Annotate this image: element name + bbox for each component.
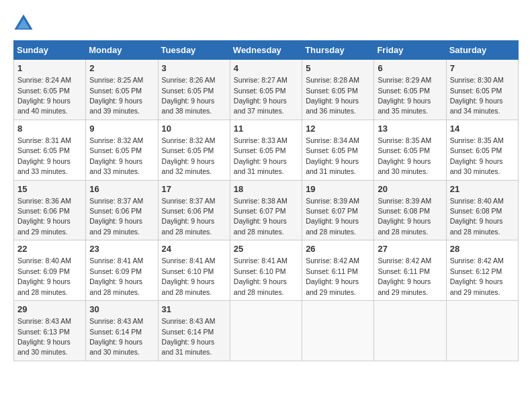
day-info: Sunrise: 8:39 AMSunset: 6:08 PMDaylight:… <box>378 197 431 236</box>
calendar-cell <box>446 301 518 361</box>
calendar-cell: 30Sunrise: 8:43 AMSunset: 6:14 PMDayligh… <box>86 301 158 361</box>
day-number: 2 <box>89 62 154 75</box>
day-number: 29 <box>17 304 82 316</box>
calendar-cell: 12Sunrise: 8:34 AMSunset: 6:05 PMDayligh… <box>302 120 374 180</box>
calendar-cell: 9Sunrise: 8:32 AMSunset: 6:05 PMDaylight… <box>86 120 158 180</box>
weekday-header-sunday: Sunday <box>14 41 86 60</box>
day-info: Sunrise: 8:41 AMSunset: 6:10 PMDaylight:… <box>234 257 287 295</box>
calendar-cell: 14Sunrise: 8:35 AMSunset: 6:05 PMDayligh… <box>446 120 518 180</box>
calendar-cell: 2Sunrise: 8:25 AMSunset: 6:05 PMDaylight… <box>86 60 158 120</box>
day-number: 18 <box>234 183 298 195</box>
day-info: Sunrise: 8:31 AMSunset: 6:05 PMDaylight:… <box>17 136 71 175</box>
day-info: Sunrise: 8:33 AMSunset: 6:05 PMDaylight:… <box>234 136 287 175</box>
day-number: 13 <box>378 123 442 135</box>
day-info: Sunrise: 8:38 AMSunset: 6:07 PMDaylight:… <box>234 197 287 236</box>
calendar-cell: 3Sunrise: 8:26 AMSunset: 6:05 PMDaylight… <box>158 60 230 120</box>
calendar-cell: 23Sunrise: 8:41 AMSunset: 6:09 PMDayligh… <box>86 240 158 301</box>
header <box>13 11 519 34</box>
calendar-week-5: 29Sunrise: 8:43 AMSunset: 6:13 PMDayligh… <box>14 301 519 361</box>
calendar-cell: 19Sunrise: 8:39 AMSunset: 6:07 PMDayligh… <box>302 180 374 240</box>
day-info: Sunrise: 8:42 AMSunset: 6:11 PMDaylight:… <box>306 257 359 295</box>
weekday-header-friday: Friday <box>374 41 446 60</box>
day-info: Sunrise: 8:26 AMSunset: 6:05 PMDaylight:… <box>162 76 216 115</box>
day-number: 19 <box>306 183 370 195</box>
weekday-header-wednesday: Wednesday <box>230 41 302 60</box>
day-info: Sunrise: 8:42 AMSunset: 6:12 PMDaylight:… <box>450 257 504 295</box>
day-number: 1 <box>17 62 82 75</box>
calendar-week-1: 1Sunrise: 8:24 AMSunset: 6:05 PMDaylight… <box>14 60 519 120</box>
calendar-cell: 24Sunrise: 8:41 AMSunset: 6:10 PMDayligh… <box>158 240 230 301</box>
day-number: 26 <box>306 243 370 255</box>
day-info: Sunrise: 8:40 AMSunset: 6:08 PMDaylight:… <box>450 197 504 236</box>
calendar-cell: 16Sunrise: 8:37 AMSunset: 6:06 PMDayligh… <box>86 180 158 240</box>
calendar-cell: 27Sunrise: 8:42 AMSunset: 6:11 PMDayligh… <box>374 240 446 301</box>
day-info: Sunrise: 8:29 AMSunset: 6:05 PMDaylight:… <box>378 76 431 115</box>
day-info: Sunrise: 8:30 AMSunset: 6:05 PMDaylight:… <box>450 76 504 115</box>
calendar-cell: 28Sunrise: 8:42 AMSunset: 6:12 PMDayligh… <box>446 240 518 301</box>
weekday-header-row: SundayMondayTuesdayWednesdayThursdayFrid… <box>14 41 519 60</box>
day-info: Sunrise: 8:27 AMSunset: 6:05 PMDaylight:… <box>234 76 287 115</box>
day-info: Sunrise: 8:42 AMSunset: 6:11 PMDaylight:… <box>378 257 431 295</box>
day-number: 10 <box>162 123 226 135</box>
weekday-header-tuesday: Tuesday <box>158 41 230 60</box>
day-info: Sunrise: 8:37 AMSunset: 6:06 PMDaylight:… <box>89 197 143 236</box>
day-info: Sunrise: 8:28 AMSunset: 6:05 PMDaylight:… <box>306 76 359 115</box>
weekday-header-saturday: Saturday <box>446 41 518 60</box>
calendar-cell: 20Sunrise: 8:39 AMSunset: 6:08 PMDayligh… <box>374 180 446 240</box>
day-number: 12 <box>306 123 370 135</box>
calendar-cell: 13Sunrise: 8:35 AMSunset: 6:05 PMDayligh… <box>374 120 446 180</box>
day-info: Sunrise: 8:35 AMSunset: 6:05 PMDaylight:… <box>450 136 504 175</box>
calendar-cell <box>302 301 374 361</box>
day-number: 27 <box>378 243 442 255</box>
day-number: 6 <box>378 62 442 75</box>
calendar-cell: 21Sunrise: 8:40 AMSunset: 6:08 PMDayligh… <box>446 180 518 240</box>
calendar-cell: 10Sunrise: 8:32 AMSunset: 6:05 PMDayligh… <box>158 120 230 180</box>
day-number: 23 <box>89 243 154 255</box>
calendar-cell: 29Sunrise: 8:43 AMSunset: 6:13 PMDayligh… <box>14 301 86 361</box>
calendar-cell: 1Sunrise: 8:24 AMSunset: 6:05 PMDaylight… <box>14 60 86 120</box>
day-number: 9 <box>89 123 154 135</box>
day-number: 15 <box>17 183 82 195</box>
day-number: 14 <box>450 123 515 135</box>
calendar-cell: 17Sunrise: 8:37 AMSunset: 6:06 PMDayligh… <box>158 180 230 240</box>
calendar-week-2: 8Sunrise: 8:31 AMSunset: 6:05 PMDaylight… <box>14 120 519 180</box>
day-info: Sunrise: 8:37 AMSunset: 6:06 PMDaylight:… <box>162 197 216 236</box>
calendar-cell: 8Sunrise: 8:31 AMSunset: 6:05 PMDaylight… <box>14 120 86 180</box>
day-info: Sunrise: 8:25 AMSunset: 6:05 PMDaylight:… <box>89 76 143 115</box>
calendar-cell <box>374 301 446 361</box>
day-number: 30 <box>89 304 154 316</box>
day-info: Sunrise: 8:35 AMSunset: 6:05 PMDaylight:… <box>378 136 431 175</box>
calendar-cell: 11Sunrise: 8:33 AMSunset: 6:05 PMDayligh… <box>230 120 302 180</box>
day-number: 22 <box>17 243 82 255</box>
day-number: 16 <box>89 183 154 195</box>
day-info: Sunrise: 8:32 AMSunset: 6:05 PMDaylight:… <box>162 136 216 175</box>
day-info: Sunrise: 8:39 AMSunset: 6:07 PMDaylight:… <box>306 197 359 236</box>
logo <box>13 13 36 34</box>
day-number: 25 <box>234 243 298 255</box>
day-number: 11 <box>234 123 298 135</box>
day-info: Sunrise: 8:41 AMSunset: 6:09 PMDaylight:… <box>89 257 143 295</box>
day-info: Sunrise: 8:41 AMSunset: 6:10 PMDaylight:… <box>162 257 216 295</box>
calendar-cell: 26Sunrise: 8:42 AMSunset: 6:11 PMDayligh… <box>302 240 374 301</box>
day-number: 20 <box>378 183 442 195</box>
calendar-week-4: 22Sunrise: 8:40 AMSunset: 6:09 PMDayligh… <box>14 240 519 301</box>
calendar-cell: 25Sunrise: 8:41 AMSunset: 6:10 PMDayligh… <box>230 240 302 301</box>
day-info: Sunrise: 8:24 AMSunset: 6:05 PMDaylight:… <box>17 76 71 115</box>
day-info: Sunrise: 8:40 AMSunset: 6:09 PMDaylight:… <box>17 257 71 295</box>
day-number: 8 <box>17 123 82 135</box>
day-info: Sunrise: 8:43 AMSunset: 6:13 PMDaylight:… <box>17 317 71 356</box>
calendar-cell: 22Sunrise: 8:40 AMSunset: 6:09 PMDayligh… <box>14 240 86 301</box>
day-number: 5 <box>306 62 370 75</box>
day-number: 21 <box>450 183 515 195</box>
calendar-cell: 5Sunrise: 8:28 AMSunset: 6:05 PMDaylight… <box>302 60 374 120</box>
day-number: 7 <box>450 62 515 75</box>
calendar-cell: 15Sunrise: 8:36 AMSunset: 6:06 PMDayligh… <box>14 180 86 240</box>
day-number: 4 <box>234 62 298 75</box>
calendar-cell: 7Sunrise: 8:30 AMSunset: 6:05 PMDaylight… <box>446 60 518 120</box>
day-info: Sunrise: 8:43 AMSunset: 6:14 PMDaylight:… <box>89 317 143 356</box>
day-number: 28 <box>450 243 515 255</box>
calendar-table: SundayMondayTuesdayWednesdayThursdayFrid… <box>13 40 519 361</box>
weekday-header-monday: Monday <box>86 41 158 60</box>
day-number: 17 <box>162 183 226 195</box>
calendar-cell: 4Sunrise: 8:27 AMSunset: 6:05 PMDaylight… <box>230 60 302 120</box>
